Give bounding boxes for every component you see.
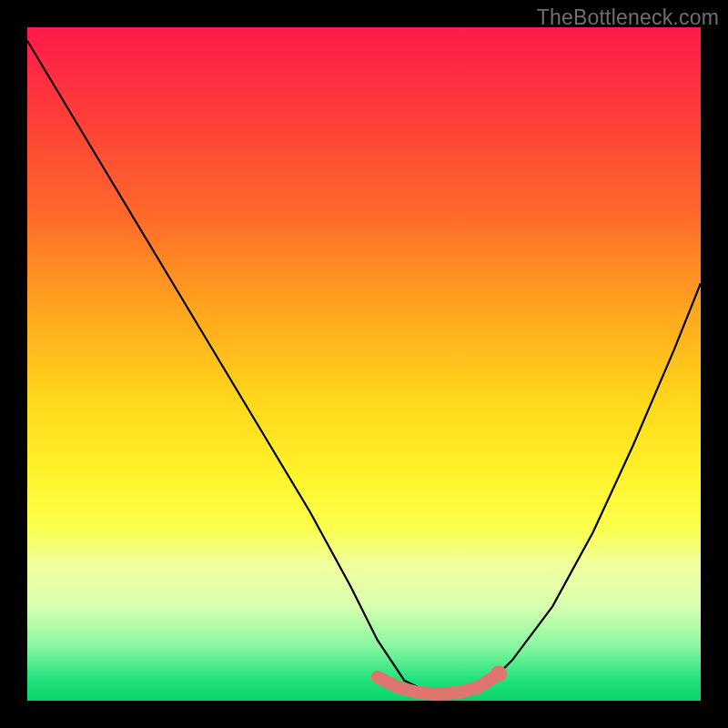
chart-frame: TheBottleneck.com xyxy=(0,0,728,728)
highlight-band-path xyxy=(378,673,499,693)
highlight-end-dot xyxy=(490,665,507,682)
plot-area xyxy=(27,27,701,701)
curve-layer xyxy=(27,27,701,701)
watermark-label: TheBottleneck.com xyxy=(537,5,719,30)
bottleneck-curve-path xyxy=(27,41,701,694)
